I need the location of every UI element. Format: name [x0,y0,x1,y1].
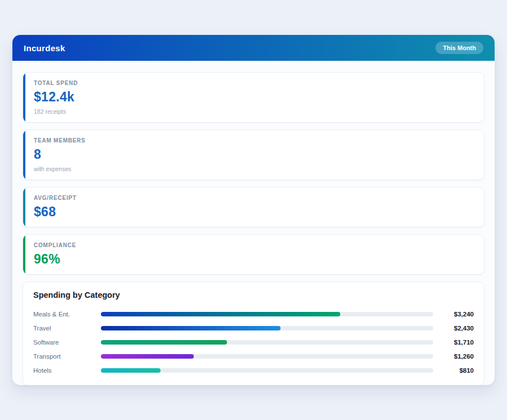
bar-fill [101,326,281,330]
stat-accent-bar [23,235,25,274]
category-value: $1,710 [433,339,474,346]
app-header: Incurdesk This Month [12,35,495,61]
spending-row-software: Software $1,710 [33,335,474,349]
spending-row-travel: Travel $2,430 [33,321,474,335]
stat-label: COMPLIANCE [34,242,475,248]
spending-row-hotels: Hotels $810 [33,363,474,377]
category-label: Transport [33,353,101,360]
stat-card-compliance: COMPLIANCE 96% [23,234,484,275]
bar-fill [101,368,161,373]
bar-track [101,312,433,316]
stat-subtitle: with expenses [34,166,475,172]
stat-label: AVG/RECEIPT [34,195,475,201]
period-filter-badge[interactable]: This Month [435,42,483,54]
stat-value: 96% [34,252,475,267]
spending-by-category-card: Spending by Category Meals & Ent. $3,240… [23,282,484,385]
dashboard-body: TOTAL SPEND $12.4k 182 receipts TEAM MEM… [12,61,495,385]
stat-value: 8 [34,147,475,162]
bar-track [101,354,433,359]
stat-subtitle: 182 receipts [34,108,475,115]
bar-fill [101,312,340,316]
stat-label: TEAM MEMBERS [34,137,475,144]
stat-accent-bar [23,130,25,180]
stat-card-total-spend: TOTAL SPEND $12.4k 182 receipts [23,72,484,123]
spending-row-transport: Transport $1,260 [33,349,474,363]
bar-fill [101,354,194,359]
category-value: $1,260 [433,353,474,360]
category-label: Software [33,339,101,346]
spending-title: Spending by Category [33,291,474,300]
app-title: Incurdesk [24,43,65,53]
spending-row-meals: Meals & Ent. $3,240 [33,307,474,321]
stat-accent-bar [23,73,25,122]
category-label: Meals & Ent. [33,311,101,318]
bar-track [101,326,433,330]
bar-track [101,340,433,345]
dashboard-card: Incurdesk This Month TOTAL SPEND $12.4k … [12,35,495,385]
category-label: Travel [33,325,101,332]
bar-track [101,368,433,373]
category-value: $810 [433,367,474,374]
category-label: Hotels [33,367,101,374]
stat-label: TOTAL SPEND [34,80,475,86]
bar-fill [101,340,227,345]
stat-accent-bar [23,187,25,227]
stat-card-avg-receipt: AVG/RECEIPT $68 [23,187,484,227]
category-value: $2,430 [433,325,474,332]
category-value: $3,240 [433,311,474,318]
stat-value: $68 [34,204,475,220]
stat-value: $12.4k [34,90,475,105]
stat-card-team-members: TEAM MEMBERS 8 with expenses [23,129,484,180]
